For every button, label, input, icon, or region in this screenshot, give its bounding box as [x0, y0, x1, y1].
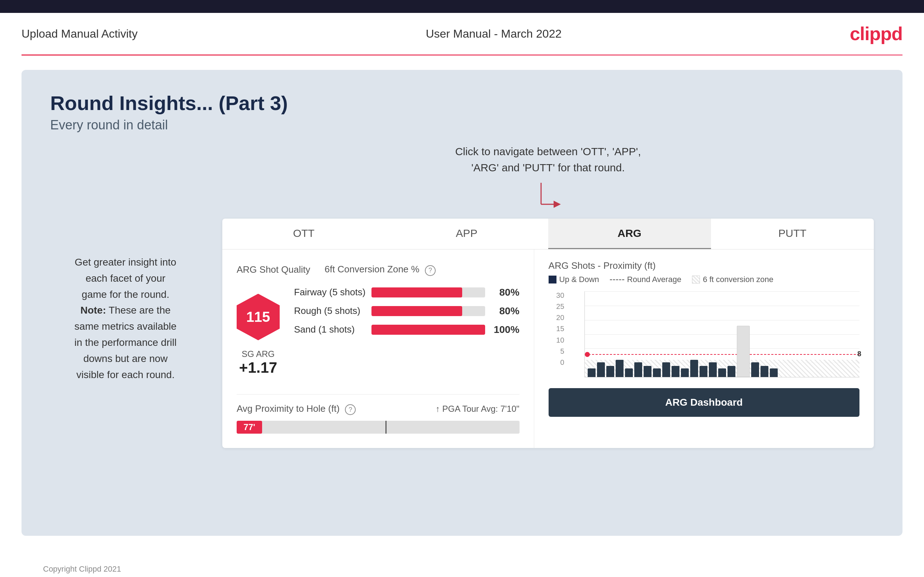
- y-label-10: 10: [549, 336, 564, 345]
- legend-6ft-label: 6 ft conversion zone: [703, 275, 774, 284]
- bar-16: [727, 366, 735, 377]
- fairway-label: Fairway (5 shots): [294, 287, 366, 298]
- page-subtitle: Every round in detail: [50, 118, 874, 132]
- note-label: Note:: [80, 305, 106, 316]
- rough-bar-container: [372, 306, 485, 316]
- copyright-text: Copyright Clippd 2021: [21, 557, 903, 577]
- clippd-logo: clippd: [850, 23, 903, 44]
- legend-up-down: Up & Down: [549, 275, 599, 284]
- tabs-container: OTT APP ARG PUTT: [222, 219, 874, 250]
- shot-quality-bars: Fairway (5 shots) 80% Rough (5 shots): [294, 287, 520, 343]
- card-body: ARG Shot Quality 6ft Conversion Zone % ?: [222, 250, 874, 448]
- bar-19: [761, 366, 768, 377]
- navigation-arrow: [534, 179, 562, 215]
- rough-label: Rough (5 shots): [294, 305, 366, 316]
- proximity-cursor: [386, 421, 386, 434]
- legend-round-avg-label: Round Average: [627, 275, 681, 284]
- sand-row: Sand (1 shots) 100%: [294, 324, 520, 335]
- bar-10: [672, 366, 680, 377]
- insights-card: OTT APP ARG PUTT ARG Shot Quality 6ft: [222, 219, 874, 448]
- legend-dash-icon: [610, 279, 624, 280]
- proximity-section: Avg Proximity to Hole (ft) ? ↑ PGA Tour …: [237, 394, 520, 434]
- bar-8: [653, 368, 661, 377]
- tab-ott[interactable]: OTT: [222, 219, 385, 249]
- tab-putt[interactable]: PUTT: [711, 219, 874, 249]
- tab-arg[interactable]: ARG: [548, 219, 711, 249]
- bar-5: [625, 368, 633, 377]
- bars-container: [585, 292, 859, 377]
- bar-11: [681, 368, 689, 377]
- conversion-label: 6ft Conversion Zone % ?: [325, 264, 436, 276]
- score-hexagon: 115: [237, 294, 279, 340]
- svg-marker-2: [554, 201, 561, 208]
- fairway-row: Fairway (5 shots) 80%: [294, 287, 520, 298]
- rough-pct: 80%: [491, 305, 520, 317]
- legend-hatch-icon: [692, 276, 700, 284]
- proximity-header: Avg Proximity to Hole (ft) ? ↑ PGA Tour …: [237, 403, 520, 415]
- bar-14: [709, 362, 717, 377]
- shot-quality-label: ARG Shot Quality: [237, 264, 310, 275]
- y-label-15: 15: [549, 325, 564, 333]
- navigate-hint: Click to navigate between 'OTT', 'APP','…: [455, 143, 641, 176]
- bar-20: [770, 368, 778, 377]
- proximity-bar-container: 77': [237, 421, 520, 434]
- bar-2: [597, 362, 605, 377]
- sg-value: +1.17: [239, 359, 277, 376]
- tab-app[interactable]: APP: [385, 219, 548, 249]
- bar-tall: [737, 326, 750, 377]
- arg-dashboard-button[interactable]: ARG Dashboard: [549, 388, 859, 417]
- footer: Copyright Clippd 2021: [0, 550, 924, 577]
- top-bar: [0, 0, 924, 13]
- proximity-label: Avg Proximity to Hole (ft) ?: [237, 403, 356, 415]
- fairway-pct: 80%: [491, 287, 520, 298]
- manual-date-label: User Manual - March 2022: [426, 27, 562, 40]
- card-right-section: ARG Shots - Proximity (ft) Up & Down Rou…: [534, 250, 874, 448]
- pga-label: ↑ PGA Tour Avg: 7'10": [436, 404, 520, 414]
- upload-manual-label[interactable]: Upload Manual Activity: [21, 27, 138, 40]
- page-title: Round Insights... (Part 3): [50, 91, 874, 115]
- y-axis: 30 25 20 15 10 5 0: [549, 292, 564, 367]
- bar-18: [751, 362, 759, 377]
- right-panel: OTT APP ARG PUTT ARG Shot Quality 6ft: [222, 219, 874, 448]
- bar-6: [634, 362, 642, 377]
- legend-round-avg: Round Average: [610, 275, 681, 284]
- chart-area: 8: [585, 292, 859, 377]
- bar-3: [606, 366, 614, 377]
- bar-9: [662, 362, 670, 377]
- sand-label: Sand (1 shots): [294, 324, 366, 335]
- main-content: Round Insights... (Part 3) Every round i…: [21, 70, 903, 536]
- fairway-bar: [372, 287, 462, 297]
- chart-wrapper: 30 25 20 15 10 5 0: [549, 292, 859, 377]
- section-headers: ARG Shot Quality 6ft Conversion Zone % ?: [237, 264, 520, 276]
- sand-bar-container: [372, 325, 485, 335]
- help-icon[interactable]: ?: [425, 265, 436, 276]
- insight-text: Get greater insight intoeach facet of yo…: [50, 255, 201, 383]
- sand-bar: [372, 325, 485, 335]
- score-hexagon-container: 115 SG ARG +1.17: [237, 294, 279, 376]
- card-left-section: ARG Shot Quality 6ft Conversion Zone % ?: [222, 250, 534, 448]
- legend-square-icon: [549, 276, 556, 284]
- bar-1: [588, 368, 596, 377]
- y-label-20: 20: [549, 314, 564, 322]
- y-label-30: 30: [549, 292, 564, 300]
- proximity-bar-fill: 77': [237, 421, 262, 434]
- rough-row: Rough (5 shots) 80%: [294, 305, 520, 317]
- rough-bar: [372, 306, 462, 316]
- y-label-0: 0: [549, 358, 564, 367]
- fairway-bar-container: [372, 287, 485, 297]
- bar-12: [690, 360, 698, 377]
- chart-title: ARG Shots - Proximity (ft): [549, 260, 656, 271]
- proximity-help-icon[interactable]: ?: [345, 404, 356, 415]
- bar-15: [718, 368, 726, 377]
- left-panel: Get greater insight intoeach facet of yo…: [50, 219, 201, 448]
- y-label-25: 25: [549, 303, 564, 311]
- legend-6ft-zone: 6 ft conversion zone: [692, 275, 774, 284]
- header: Upload Manual Activity User Manual - Mar…: [0, 13, 924, 55]
- sand-pct: 100%: [491, 324, 520, 335]
- bar-7: [644, 366, 651, 377]
- bar-13: [699, 366, 708, 377]
- chart-header: ARG Shots - Proximity (ft) Up & Down Rou…: [549, 260, 859, 284]
- bar-4: [615, 360, 624, 377]
- y-label-5: 5: [549, 347, 564, 356]
- chart-legend: Up & Down Round Average 6 ft conversion …: [549, 275, 774, 284]
